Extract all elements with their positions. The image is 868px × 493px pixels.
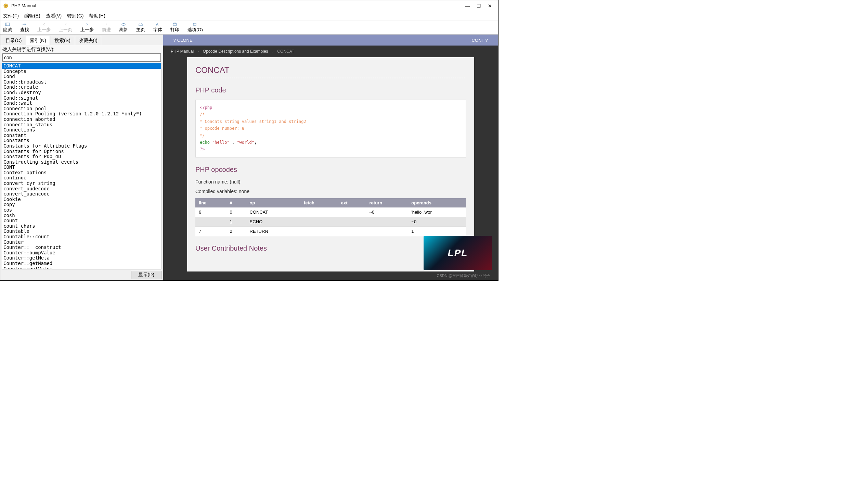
svg-text:?: ?	[5, 4, 7, 8]
list-item[interactable]: convert_uudecode	[2, 186, 161, 192]
list-item[interactable]: Context options	[2, 170, 161, 176]
doc-navbar: ? CLONE CONT ?	[163, 35, 498, 46]
heading-opcodes: PHP opcodes	[195, 166, 466, 174]
menubar: 文件(F) 编辑(E) 查看(V) 转到(G) 帮助(H)	[0, 11, 498, 21]
list-item[interactable]: Counter::getNamed	[2, 261, 161, 266]
toolbar-home[interactable]: 主页	[136, 22, 145, 33]
search-input[interactable]	[2, 53, 161, 62]
toolbar-find[interactable]: 查找	[20, 22, 29, 33]
list-item[interactable]: copy	[2, 202, 161, 207]
toolbar-options[interactable]: 选项(O)	[187, 22, 203, 33]
list-item[interactable]: Connections	[2, 127, 161, 133]
menu-help[interactable]: 帮助(H)	[89, 13, 105, 19]
lpl-overlay[interactable]: LPL	[424, 236, 492, 270]
toolbar-prevpage: 上一页	[59, 22, 72, 33]
table-header: return	[366, 198, 408, 207]
list-item[interactable]: connection_aborted	[2, 117, 161, 122]
toolbar-back: 上一步	[37, 22, 51, 33]
list-item[interactable]: Cond::signal	[2, 96, 161, 101]
maximize-button[interactable]: ☐	[477, 3, 481, 9]
list-item[interactable]: convert_uuencode	[2, 191, 161, 197]
table-row: 72RETURN1	[195, 226, 466, 236]
list-item[interactable]: Counter	[2, 240, 161, 245]
code-block: <?php /* * Concats string values string1…	[195, 100, 466, 157]
list-item[interactable]: Constants	[2, 138, 161, 143]
opcodes-table: line#opfetchextreturnoperands 60CONCAT~0…	[195, 198, 466, 236]
list-item[interactable]: Cond::wait	[2, 101, 161, 106]
compiled-variables: Compiled variables: none	[195, 189, 466, 194]
table-header: fetch	[300, 198, 338, 207]
menu-edit[interactable]: 编辑(E)	[24, 13, 40, 19]
tab-index[interactable]: 索引(N)	[26, 36, 50, 45]
table-header: ext	[338, 198, 366, 207]
close-button[interactable]: ✕	[488, 3, 492, 9]
list-item[interactable]: Cond::broadcast	[2, 79, 161, 85]
heading-php-code: PHP code	[195, 86, 466, 94]
table-header: op	[246, 198, 300, 207]
toolbar-forward[interactable]: 上一步	[80, 22, 94, 33]
window-title: PHP Manual	[11, 3, 465, 8]
menu-view[interactable]: 查看(V)	[46, 13, 62, 19]
svg-rect-2	[5, 23, 10, 26]
list-item[interactable]: Constants for Attribute Flags	[2, 143, 161, 149]
list-item[interactable]: Cond::create	[2, 85, 161, 90]
list-item[interactable]: constant	[2, 133, 161, 138]
show-button[interactable]: 显示(D)	[131, 271, 161, 279]
list-item[interactable]: cos	[2, 207, 161, 213]
toolbar-print[interactable]: 打印	[170, 22, 179, 33]
list-item[interactable]: Counter::__construct	[2, 245, 161, 250]
list-item[interactable]: count_chars	[2, 224, 161, 229]
breadcrumb: PHP Manual › Opcode Descriptions and Exa…	[163, 46, 498, 57]
tab-toc[interactable]: 目录(C)	[2, 36, 25, 45]
list-item[interactable]: Counter::getValue	[2, 266, 161, 269]
index-list[interactable]: CONCATConceptsCondCond::broadcastCond::c…	[2, 63, 161, 269]
tab-search[interactable]: 搜索(S)	[51, 36, 74, 45]
content-pane[interactable]: ? CLONE CONT ? PHP Manual › Opcode Descr…	[163, 35, 498, 280]
list-item[interactable]: continue	[2, 175, 161, 181]
breadcrumb-root[interactable]: PHP Manual	[171, 49, 194, 54]
toolbar-refresh[interactable]: 刷新	[119, 22, 128, 33]
svg-text:A: A	[156, 23, 158, 26]
app-icon: ?	[3, 3, 9, 9]
list-item[interactable]: Connection Pooling (version 1.2.0-1.2.12…	[2, 111, 161, 117]
function-name: Function name: (null)	[195, 179, 466, 185]
list-item[interactable]: Counter::getMeta	[2, 255, 161, 261]
menu-goto[interactable]: 转到(G)	[67, 13, 83, 19]
table-header: line	[195, 198, 226, 207]
table-header: operands	[408, 198, 466, 207]
list-item[interactable]: Connection pool	[2, 106, 161, 112]
minimize-button[interactable]: —	[465, 3, 470, 9]
list-item[interactable]: Countable::count	[2, 234, 161, 240]
list-item[interactable]: Constructing signal events	[2, 160, 161, 165]
menu-file[interactable]: 文件(F)	[3, 13, 19, 19]
list-item[interactable]: Constants for Options	[2, 149, 161, 154]
toolbar-font[interactable]: A字体	[153, 22, 162, 33]
list-item[interactable]: Counter::bumpValue	[2, 250, 161, 256]
nav-prev-link[interactable]: ? CLONE	[173, 38, 193, 43]
list-item[interactable]: CONT	[2, 165, 161, 170]
list-item[interactable]: connection_status	[2, 122, 161, 128]
list-item[interactable]: Cond::destroy	[2, 90, 161, 96]
toolbar: 隐藏 查找 上一步 上一页 上一步 前进 刷新 主页 A字体 打印 选项(O)	[0, 21, 498, 35]
list-item[interactable]: count	[2, 218, 161, 224]
breadcrumb-section[interactable]: Opcode Descriptions and Examples	[203, 49, 268, 54]
nav-next-link[interactable]: CONT ?	[472, 38, 488, 43]
list-item[interactable]: Countable	[2, 229, 161, 234]
tab-favorites[interactable]: 收藏夹(I)	[75, 36, 101, 45]
table-row: 1ECHO~0	[195, 217, 466, 226]
nav-tabs: 目录(C) 索引(N) 搜索(S) 收藏夹(I)	[0, 35, 163, 45]
list-item[interactable]: cosh	[2, 213, 161, 218]
toolbar-next: 前进	[102, 22, 111, 33]
search-label: 键入关键字进行查找(W):	[2, 47, 161, 53]
list-item[interactable]: Concepts	[2, 69, 161, 74]
list-item[interactable]: Cookie	[2, 197, 161, 202]
list-item[interactable]: CONCAT	[2, 63, 161, 69]
list-item[interactable]: convert_cyr_string	[2, 181, 161, 186]
titlebar: ? PHP Manual — ☐ ✕	[0, 0, 498, 11]
list-item[interactable]: Constants for PDO_4D	[2, 154, 161, 160]
toolbar-hide[interactable]: 隐藏	[3, 22, 12, 33]
page-title: CONCAT	[195, 65, 466, 78]
watermark: CSDN @被吉师敲烂的职业混子	[437, 273, 490, 278]
svg-rect-7	[193, 23, 196, 25]
list-item[interactable]: Cond	[2, 74, 161, 79]
